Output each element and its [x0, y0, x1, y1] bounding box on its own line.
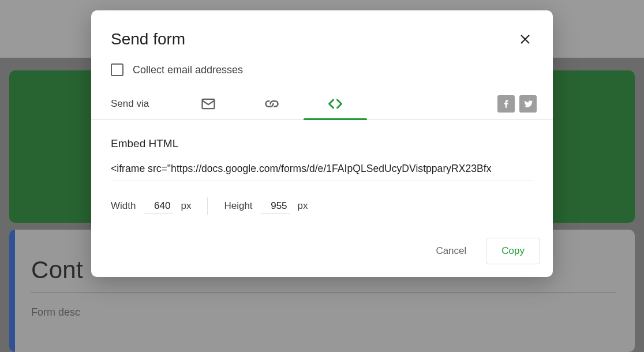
- share-twitter-button[interactable]: [519, 95, 537, 113]
- tab-link[interactable]: [240, 88, 304, 119]
- width-unit: px: [181, 200, 191, 212]
- width-input[interactable]: [144, 199, 173, 214]
- email-icon: [200, 96, 216, 112]
- share-facebook-button[interactable]: [497, 95, 515, 113]
- collect-emails-label: Collect email addresses: [133, 64, 243, 76]
- embed-icon: [327, 96, 343, 112]
- collect-emails-row: Collect email addresses: [91, 59, 553, 88]
- width-label: Width: [111, 200, 136, 212]
- collect-emails-checkbox[interactable]: [111, 63, 123, 76]
- send-via-row: Send via: [91, 88, 553, 120]
- height-label: Height: [224, 200, 252, 212]
- tab-email[interactable]: [177, 88, 240, 119]
- height-unit: px: [298, 200, 308, 212]
- dimensions-row: Width px Height px: [91, 181, 553, 238]
- embed-code-field[interactable]: <iframe src="https://docs.google.com/for…: [111, 163, 533, 181]
- dialog-footer: Cancel Copy: [91, 238, 553, 277]
- embed-html-label: Embed HTML: [111, 137, 533, 150]
- tab-embed[interactable]: [304, 88, 367, 119]
- send-form-dialog: Send form Collect email addresses Send v…: [91, 10, 553, 277]
- cancel-button[interactable]: Cancel: [421, 238, 481, 264]
- facebook-icon: [501, 99, 511, 109]
- width-group: Width px: [111, 199, 191, 214]
- social-share-group: [497, 95, 537, 113]
- dialog-title: Send form: [111, 30, 185, 48]
- height-group: Height px: [224, 199, 308, 214]
- dialog-header: Send form: [91, 10, 553, 59]
- send-via-tabs: [177, 88, 367, 119]
- copy-button[interactable]: Copy: [486, 238, 540, 264]
- embed-section: Embed HTML <iframe src="https://docs.goo…: [91, 120, 553, 181]
- link-icon: [264, 96, 280, 112]
- close-icon: [519, 33, 531, 46]
- close-button[interactable]: [517, 31, 533, 47]
- divider: [207, 197, 208, 215]
- height-input[interactable]: [261, 199, 290, 214]
- twitter-icon: [523, 99, 533, 109]
- send-via-label: Send via: [111, 98, 149, 110]
